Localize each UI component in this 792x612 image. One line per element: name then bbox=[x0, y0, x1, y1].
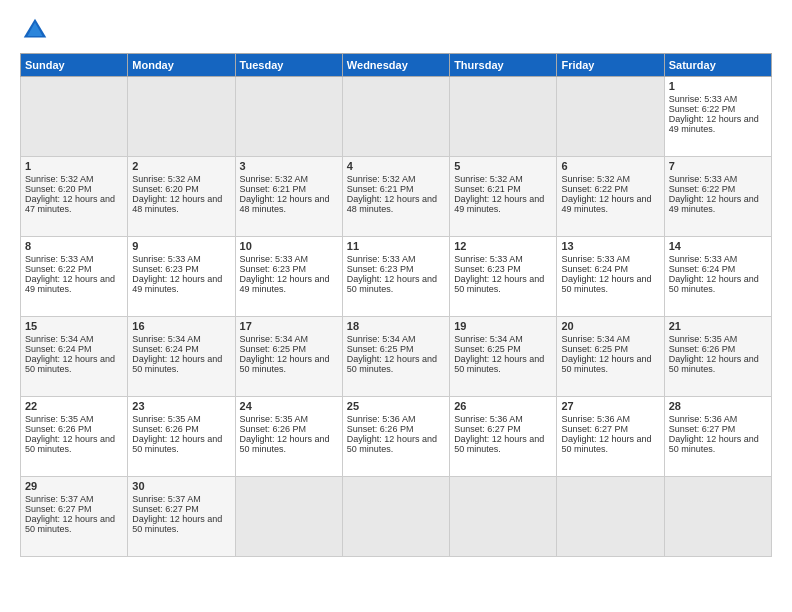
calendar-cell: 4Sunrise: 5:32 AMSunset: 6:21 PMDaylight… bbox=[342, 157, 449, 237]
sunrise-text: Sunrise: 5:35 AM bbox=[240, 414, 338, 424]
sunset-text: Sunset: 6:25 PM bbox=[454, 344, 552, 354]
sunset-text: Sunset: 6:26 PM bbox=[25, 424, 123, 434]
logo bbox=[20, 15, 56, 45]
day-header-monday: Monday bbox=[128, 54, 235, 77]
sunrise-text: Sunrise: 5:34 AM bbox=[240, 334, 338, 344]
calendar-cell bbox=[342, 477, 449, 557]
sunset-text: Sunset: 6:20 PM bbox=[132, 184, 230, 194]
calendar-page: SundayMondayTuesdayWednesdayThursdayFrid… bbox=[0, 0, 792, 612]
sunrise-text: Sunrise: 5:33 AM bbox=[561, 254, 659, 264]
sunrise-text: Sunrise: 5:33 AM bbox=[132, 254, 230, 264]
sunrise-text: Sunrise: 5:33 AM bbox=[454, 254, 552, 264]
daylight-text: Daylight: 12 hours and 49 minutes. bbox=[669, 194, 767, 214]
day-number: 24 bbox=[240, 400, 338, 412]
daylight-text: Daylight: 12 hours and 50 minutes. bbox=[561, 274, 659, 294]
daylight-text: Daylight: 12 hours and 49 minutes. bbox=[561, 194, 659, 214]
sunset-text: Sunset: 6:22 PM bbox=[669, 104, 767, 114]
calendar-cell: 27Sunrise: 5:36 AMSunset: 6:27 PMDayligh… bbox=[557, 397, 664, 477]
week-row-2: 1Sunrise: 5:32 AMSunset: 6:20 PMDaylight… bbox=[21, 157, 772, 237]
sunset-text: Sunset: 6:24 PM bbox=[25, 344, 123, 354]
day-number: 23 bbox=[132, 400, 230, 412]
day-number: 22 bbox=[25, 400, 123, 412]
header bbox=[20, 15, 772, 45]
calendar-cell: 14Sunrise: 5:33 AMSunset: 6:24 PMDayligh… bbox=[664, 237, 771, 317]
daylight-text: Daylight: 12 hours and 50 minutes. bbox=[25, 354, 123, 374]
calendar-cell bbox=[557, 477, 664, 557]
sunrise-text: Sunrise: 5:33 AM bbox=[669, 254, 767, 264]
calendar-cell: 16Sunrise: 5:34 AMSunset: 6:24 PMDayligh… bbox=[128, 317, 235, 397]
sunset-text: Sunset: 6:27 PM bbox=[132, 504, 230, 514]
sunrise-text: Sunrise: 5:35 AM bbox=[132, 414, 230, 424]
sunrise-text: Sunrise: 5:36 AM bbox=[347, 414, 445, 424]
daylight-text: Daylight: 12 hours and 47 minutes. bbox=[25, 194, 123, 214]
day-number: 26 bbox=[454, 400, 552, 412]
week-row-5: 22Sunrise: 5:35 AMSunset: 6:26 PMDayligh… bbox=[21, 397, 772, 477]
daylight-text: Daylight: 12 hours and 48 minutes. bbox=[132, 194, 230, 214]
calendar-body: 1Sunrise: 5:33 AMSunset: 6:22 PMDaylight… bbox=[21, 77, 772, 557]
week-row-4: 15Sunrise: 5:34 AMSunset: 6:24 PMDayligh… bbox=[21, 317, 772, 397]
sunrise-text: Sunrise: 5:33 AM bbox=[240, 254, 338, 264]
day-number: 30 bbox=[132, 480, 230, 492]
sunset-text: Sunset: 6:22 PM bbox=[561, 184, 659, 194]
sunset-text: Sunset: 6:21 PM bbox=[347, 184, 445, 194]
calendar-cell: 22Sunrise: 5:35 AMSunset: 6:26 PMDayligh… bbox=[21, 397, 128, 477]
daylight-text: Daylight: 12 hours and 50 minutes. bbox=[240, 354, 338, 374]
calendar-cell bbox=[21, 77, 128, 157]
sunrise-text: Sunrise: 5:34 AM bbox=[132, 334, 230, 344]
day-number: 8 bbox=[25, 240, 123, 252]
calendar-cell: 18Sunrise: 5:34 AMSunset: 6:25 PMDayligh… bbox=[342, 317, 449, 397]
calendar-cell bbox=[557, 77, 664, 157]
daylight-text: Daylight: 12 hours and 50 minutes. bbox=[454, 434, 552, 454]
calendar-cell: 10Sunrise: 5:33 AMSunset: 6:23 PMDayligh… bbox=[235, 237, 342, 317]
calendar-cell: 11Sunrise: 5:33 AMSunset: 6:23 PMDayligh… bbox=[342, 237, 449, 317]
daylight-text: Daylight: 12 hours and 50 minutes. bbox=[669, 354, 767, 374]
calendar-cell: 9Sunrise: 5:33 AMSunset: 6:23 PMDaylight… bbox=[128, 237, 235, 317]
calendar-cell: 19Sunrise: 5:34 AMSunset: 6:25 PMDayligh… bbox=[450, 317, 557, 397]
sunrise-text: Sunrise: 5:34 AM bbox=[25, 334, 123, 344]
sunset-text: Sunset: 6:25 PM bbox=[240, 344, 338, 354]
day-number: 3 bbox=[240, 160, 338, 172]
day-number: 17 bbox=[240, 320, 338, 332]
day-number: 20 bbox=[561, 320, 659, 332]
sunrise-text: Sunrise: 5:32 AM bbox=[240, 174, 338, 184]
daylight-text: Daylight: 12 hours and 49 minutes. bbox=[669, 114, 767, 134]
calendar-cell: 12Sunrise: 5:33 AMSunset: 6:23 PMDayligh… bbox=[450, 237, 557, 317]
sunrise-text: Sunrise: 5:32 AM bbox=[25, 174, 123, 184]
sunset-text: Sunset: 6:23 PM bbox=[132, 264, 230, 274]
sunrise-text: Sunrise: 5:32 AM bbox=[454, 174, 552, 184]
calendar-cell: 2Sunrise: 5:32 AMSunset: 6:20 PMDaylight… bbox=[128, 157, 235, 237]
sunset-text: Sunset: 6:27 PM bbox=[561, 424, 659, 434]
calendar-cell: 3Sunrise: 5:32 AMSunset: 6:21 PMDaylight… bbox=[235, 157, 342, 237]
calendar-cell: 1Sunrise: 5:32 AMSunset: 6:20 PMDaylight… bbox=[21, 157, 128, 237]
sunset-text: Sunset: 6:20 PM bbox=[25, 184, 123, 194]
daylight-text: Daylight: 12 hours and 48 minutes. bbox=[347, 194, 445, 214]
day-number: 7 bbox=[669, 160, 767, 172]
day-number: 19 bbox=[454, 320, 552, 332]
sunset-text: Sunset: 6:24 PM bbox=[669, 264, 767, 274]
sunset-text: Sunset: 6:21 PM bbox=[240, 184, 338, 194]
week-row-6: 29Sunrise: 5:37 AMSunset: 6:27 PMDayligh… bbox=[21, 477, 772, 557]
calendar-cell: 29Sunrise: 5:37 AMSunset: 6:27 PMDayligh… bbox=[21, 477, 128, 557]
day-number: 5 bbox=[454, 160, 552, 172]
day-number: 1 bbox=[25, 160, 123, 172]
day-header-thursday: Thursday bbox=[450, 54, 557, 77]
day-number: 12 bbox=[454, 240, 552, 252]
day-number: 18 bbox=[347, 320, 445, 332]
day-number: 16 bbox=[132, 320, 230, 332]
day-number: 25 bbox=[347, 400, 445, 412]
sunrise-text: Sunrise: 5:36 AM bbox=[561, 414, 659, 424]
sunrise-text: Sunrise: 5:32 AM bbox=[347, 174, 445, 184]
day-number: 6 bbox=[561, 160, 659, 172]
sunset-text: Sunset: 6:25 PM bbox=[347, 344, 445, 354]
day-number: 11 bbox=[347, 240, 445, 252]
calendar-cell: 7Sunrise: 5:33 AMSunset: 6:22 PMDaylight… bbox=[664, 157, 771, 237]
day-header-sunday: Sunday bbox=[21, 54, 128, 77]
day-number: 13 bbox=[561, 240, 659, 252]
day-number: 28 bbox=[669, 400, 767, 412]
day-number: 4 bbox=[347, 160, 445, 172]
calendar-cell: 24Sunrise: 5:35 AMSunset: 6:26 PMDayligh… bbox=[235, 397, 342, 477]
sunrise-text: Sunrise: 5:37 AM bbox=[25, 494, 123, 504]
sunrise-text: Sunrise: 5:33 AM bbox=[669, 174, 767, 184]
sunset-text: Sunset: 6:26 PM bbox=[669, 344, 767, 354]
day-number: 15 bbox=[25, 320, 123, 332]
